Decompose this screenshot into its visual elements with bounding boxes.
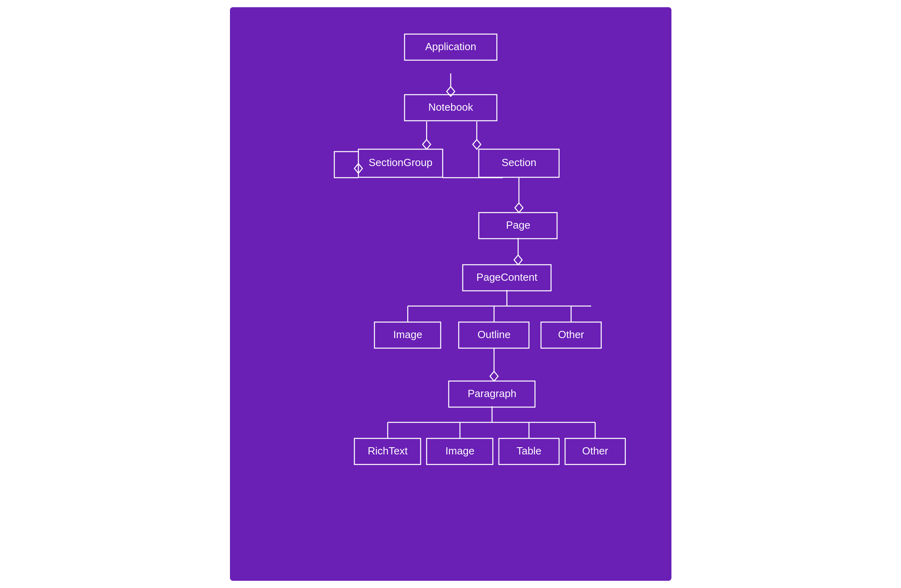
other2-label: Other: [582, 445, 608, 457]
section-label: Section: [501, 156, 536, 168]
other1-label: Other: [558, 328, 584, 341]
notebook-label: Notebook: [428, 101, 473, 113]
page-label: Page: [506, 219, 530, 231]
pagecontent-label: PageContent: [476, 271, 538, 283]
image2-label: Image: [445, 445, 474, 457]
sectiongroup-label: SectionGroup: [368, 156, 432, 168]
outline-label: Outline: [477, 328, 510, 341]
paragraph-label: Paragraph: [468, 387, 516, 399]
image1-label: Image: [393, 328, 422, 341]
application-label: Application: [425, 41, 476, 53]
table-label: Table: [516, 445, 541, 457]
diagram-canvas: Application Notebook SectionGroup Sectio…: [230, 7, 671, 581]
richtext-label: RichText: [368, 445, 408, 457]
